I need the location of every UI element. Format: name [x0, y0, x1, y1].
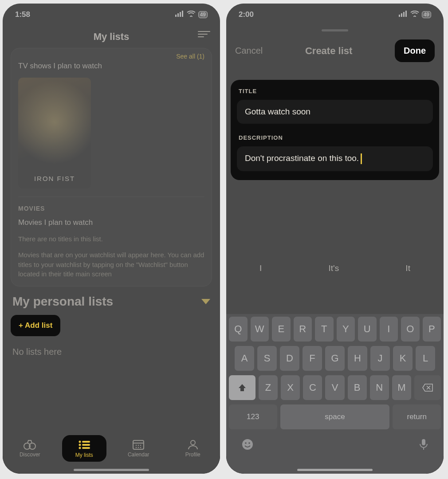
key-p[interactable]: P — [423, 317, 441, 342]
key-c[interactable]: C — [303, 375, 322, 400]
poster-title: IRON FIST — [18, 175, 91, 182]
tv-shows-card: See all (1) TV shows I plan to watch IRO… — [11, 48, 212, 287]
status-time: 1:58 — [15, 10, 30, 19]
suggestion[interactable]: It — [405, 263, 410, 273]
chevron-down-icon — [201, 299, 210, 304]
key-b[interactable]: B — [348, 375, 367, 400]
svg-rect-0 — [175, 15, 177, 17]
keyboard-row-4: 123 space return — [229, 404, 441, 429]
divider — [18, 196, 204, 197]
add-list-button[interactable]: + Add list — [11, 315, 60, 336]
key-j[interactable]: J — [370, 346, 390, 371]
backspace-icon — [422, 384, 433, 392]
key-a[interactable]: A — [235, 346, 254, 371]
suggestion[interactable]: It's — [329, 263, 339, 273]
tab-my-lists[interactable]: My lists — [62, 435, 106, 462]
battery-icon: 49 — [422, 11, 431, 18]
text-cursor — [361, 153, 362, 164]
binoculars-icon — [24, 439, 36, 450]
svg-rect-28 — [422, 439, 425, 445]
personal-lists-header[interactable]: My personal lists — [11, 294, 212, 309]
svg-rect-1 — [177, 13, 179, 17]
keyboard-row-3: Z X C V B N M — [229, 375, 441, 400]
movies-label: MOVIES — [18, 205, 204, 212]
svg-point-18 — [138, 447, 139, 448]
key-g[interactable]: G — [325, 346, 345, 371]
no-lists-text: No lists here — [11, 347, 212, 357]
svg-rect-11 — [82, 447, 90, 449]
movies-empty-2: Movies that are on your watchlist will a… — [18, 250, 204, 279]
key-backspace[interactable] — [414, 375, 441, 400]
key-d[interactable]: D — [280, 346, 299, 371]
key-e[interactable]: E — [272, 317, 291, 342]
svg-point-15 — [138, 445, 139, 446]
svg-point-14 — [136, 445, 137, 446]
key-n[interactable]: N — [370, 375, 389, 400]
tab-calendar[interactable]: Calendar — [116, 439, 161, 458]
key-w[interactable]: W — [251, 317, 269, 342]
mic-icon[interactable] — [419, 438, 428, 453]
key-f[interactable]: F — [303, 346, 322, 371]
description-input-value: Don't procrastinate on this too. — [245, 153, 359, 163]
see-all-link[interactable]: See all (1) — [18, 53, 204, 60]
svg-point-27 — [248, 442, 250, 444]
key-123[interactable]: 123 — [229, 404, 277, 429]
svg-rect-22 — [401, 13, 402, 17]
key-v[interactable]: V — [325, 375, 344, 400]
calendar-icon — [132, 439, 145, 450]
battery-icon: 49 — [198, 11, 208, 18]
svg-rect-24 — [405, 11, 407, 17]
tab-discover[interactable]: Discover — [8, 439, 52, 458]
svg-point-19 — [140, 447, 141, 448]
cancel-button[interactable]: Cancel — [235, 46, 263, 56]
key-q[interactable]: Q — [229, 317, 248, 342]
key-i[interactable]: I — [380, 317, 398, 342]
svg-point-6 — [79, 441, 81, 443]
key-l[interactable]: L — [416, 346, 435, 371]
filter-icon[interactable] — [198, 29, 210, 39]
profile-icon — [187, 439, 199, 450]
svg-point-25 — [242, 439, 253, 450]
cellular-icon — [399, 10, 408, 19]
personal-lists-title: My personal lists — [12, 294, 113, 309]
keyboard-row-1: Q W E R T Y U I O P — [229, 317, 441, 342]
key-k[interactable]: K — [393, 346, 413, 371]
status-icons: 49 — [399, 10, 431, 19]
key-t[interactable]: T — [315, 317, 334, 342]
svg-rect-21 — [399, 15, 400, 17]
done-button[interactable]: Done — [395, 39, 435, 62]
key-z[interactable]: Z — [259, 375, 278, 400]
key-o[interactable]: O — [401, 317, 420, 342]
status-icons: 49 — [175, 10, 208, 19]
tab-label: Profile — [185, 452, 200, 458]
key-u[interactable]: U — [358, 317, 377, 342]
key-x[interactable]: X — [281, 375, 300, 400]
suggestion[interactable]: I — [259, 263, 262, 273]
content-scroll[interactable]: See all (1) TV shows I plan to watch IRO… — [3, 48, 220, 357]
description-field-label: DESCRIPTION — [239, 134, 431, 141]
svg-point-26 — [245, 442, 247, 444]
key-s[interactable]: S — [257, 346, 277, 371]
key-y[interactable]: Y — [337, 317, 355, 342]
key-return[interactable]: return — [393, 404, 441, 429]
poster-iron-fist[interactable]: IRON FIST — [18, 78, 91, 188]
description-input[interactable]: Don't procrastinate on this too. — [237, 146, 433, 171]
wifi-icon — [187, 10, 196, 19]
key-m[interactable]: M — [392, 375, 411, 400]
list-icon — [78, 440, 90, 450]
home-indicator — [74, 469, 149, 471]
svg-rect-2 — [180, 12, 181, 17]
emoji-icon[interactable] — [241, 438, 254, 453]
wifi-icon — [410, 10, 419, 19]
key-r[interactable]: R — [294, 317, 312, 342]
key-h[interactable]: H — [348, 346, 367, 371]
status-bar: 2:00 49 — [226, 4, 444, 26]
keyboard-suggestions: I It's It — [226, 260, 444, 277]
key-space[interactable]: space — [280, 404, 390, 429]
tab-profile[interactable]: Profile — [171, 439, 215, 458]
svg-point-16 — [140, 445, 141, 446]
title-input-value: Gotta watch soon — [245, 107, 310, 116]
title-input[interactable]: Gotta watch soon — [237, 100, 433, 124]
key-shift[interactable] — [229, 375, 255, 400]
phone-screenshot-left: 1:58 49 My lists See all (1) TV shows I … — [3, 4, 220, 474]
